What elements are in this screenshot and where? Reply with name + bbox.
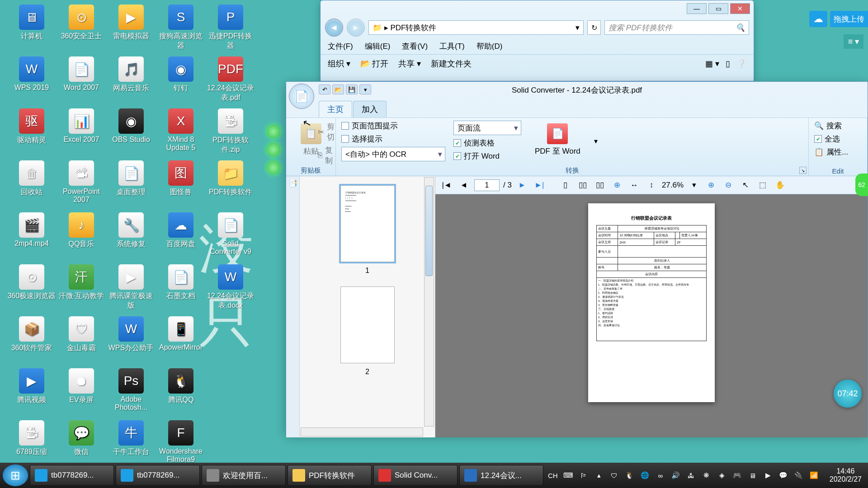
thumb-page-2[interactable] bbox=[340, 286, 395, 363]
document-page[interactable]: 行销联盟会议记录表 会议主题联盟店铺发布会项目讨论 会议时间12.30晚6:00… bbox=[588, 203, 715, 402]
desktop-icon[interactable]: ⊙360安全卫士 bbox=[57, 5, 106, 41]
tray-shield-icon[interactable]: 🛡 bbox=[610, 471, 619, 480]
select-hint-check[interactable]: 选择提示 bbox=[341, 134, 445, 144]
desktop-icon[interactable]: 牛干牛工作台 bbox=[106, 420, 156, 457]
app-orb-button[interactable]: 📄 bbox=[289, 84, 314, 109]
desktop-icon[interactable]: 📄Word 2007 bbox=[57, 56, 106, 92]
desktop-icon[interactable]: PDF12.24会议记录表.pdf bbox=[206, 56, 255, 103]
desktop-icon[interactable]: ♪QQ音乐 bbox=[57, 212, 106, 249]
cont-page-icon[interactable]: ▯▯ bbox=[593, 178, 607, 192]
ime-indicator[interactable]: CH bbox=[548, 471, 557, 480]
search-button[interactable]: 🔍 搜索 bbox=[814, 121, 862, 131]
desktop-icon[interactable]: 📄桌面整理 bbox=[106, 160, 156, 197]
organize-button[interactable]: 组织 ▾ bbox=[328, 58, 350, 69]
maximize-button[interactable]: ▭ bbox=[708, 3, 728, 14]
tray-sync-icon[interactable]: ∞ bbox=[656, 471, 665, 480]
clock[interactable]: 14:462020/2/27 bbox=[830, 467, 862, 483]
two-page-icon[interactable]: ▯▯ bbox=[576, 178, 590, 192]
desktop-icon[interactable]: ▶雷电模拟器 bbox=[106, 5, 156, 41]
desktop-icon[interactable]: ◉OBS Studio bbox=[106, 108, 156, 144]
tray-qq-icon[interactable]: 🐧 bbox=[625, 471, 634, 480]
open-button[interactable]: 📂 打开 bbox=[360, 58, 388, 69]
new-folder-button[interactable]: 新建文件夹 bbox=[431, 58, 472, 69]
desktop-icon[interactable]: 📦360软件管家 bbox=[7, 316, 57, 353]
desktop-icon[interactable]: WWPS办公助手 bbox=[106, 316, 156, 353]
minimize-button[interactable]: — bbox=[687, 3, 707, 14]
tray-cube-icon[interactable]: ◈ bbox=[717, 471, 726, 480]
desktop-icon[interactable]: P迅捷PDF转换器 bbox=[206, 5, 255, 51]
tab-home[interactable]: 主页 bbox=[319, 101, 352, 117]
tray-keyboard-icon[interactable]: ⌨ bbox=[564, 471, 573, 480]
convert-dropdown[interactable]: ▾ bbox=[594, 137, 598, 145]
detect-table-check[interactable]: ✔侦测表格 bbox=[453, 138, 521, 148]
taskbar-item[interactable]: 12.24会议... bbox=[459, 465, 543, 486]
tray-power-icon[interactable]: 🔌 bbox=[794, 471, 803, 480]
taskbar-item[interactable]: 欢迎使用百... bbox=[202, 465, 286, 486]
tray-volume-icon[interactable]: 🔊 bbox=[671, 471, 680, 480]
single-page-icon[interactable]: ▯ bbox=[559, 178, 572, 192]
next-page-button[interactable]: ► bbox=[515, 178, 529, 192]
taskbar-item[interactable]: tb0778269... bbox=[30, 465, 114, 486]
tray-up-icon[interactable]: ▴ bbox=[594, 471, 604, 480]
timer-badge[interactable]: 07:42 bbox=[834, 380, 862, 408]
desktop-icon[interactable]: 📄石墨文档 bbox=[156, 264, 206, 301]
fit-width-icon[interactable]: ↔ bbox=[627, 178, 641, 192]
view-mode-button[interactable]: ▦ ▾ bbox=[705, 59, 719, 69]
drag-upload-button[interactable]: 拖拽上传 bbox=[830, 11, 868, 27]
open-word-check[interactable]: ✔打开 Word bbox=[453, 151, 521, 161]
flow-select[interactable]: 页面流 bbox=[453, 121, 521, 135]
desktop-icon[interactable]: 图图怪兽 bbox=[156, 160, 206, 197]
back-button[interactable]: ◄ bbox=[325, 19, 343, 37]
desktop-icon[interactable]: ☁百度网盘 bbox=[156, 212, 206, 249]
menu-icon[interactable]: ≡ ▾ bbox=[844, 34, 863, 49]
menu-tools[interactable]: 工具(T) bbox=[439, 41, 465, 52]
taskbar-item[interactable]: Solid Conv... bbox=[373, 465, 458, 486]
forward-button[interactable]: ► bbox=[347, 19, 365, 37]
taskbar-item[interactable]: PDF转换软件 bbox=[288, 465, 372, 486]
tray-flag-icon[interactable]: 🏳 bbox=[579, 471, 588, 480]
tray-play-icon[interactable]: ▶ bbox=[764, 471, 773, 480]
thumb-hscrollbar[interactable] bbox=[301, 427, 423, 436]
tray-chat-icon[interactable]: 💬 bbox=[779, 471, 788, 480]
desktop-icon[interactable]: 汗汗微·互动教学 bbox=[57, 264, 106, 301]
tray-flower-icon[interactable]: ❋ bbox=[702, 471, 711, 480]
desktop-icon[interactable]: ⊙360极速浏览器 bbox=[7, 264, 57, 301]
desktop-icon[interactable]: ⏺EV录屏 bbox=[57, 368, 106, 405]
refresh-button[interactable]: ↻ bbox=[587, 20, 601, 35]
menu-view[interactable]: 查看(V) bbox=[402, 41, 428, 52]
desktop-icon[interactable]: 🔧系统修复 bbox=[106, 212, 156, 249]
start-button[interactable]: ⊞ bbox=[3, 465, 28, 486]
desktop-icon[interactable]: ◉钉钉 bbox=[156, 56, 206, 93]
desktop-icon[interactable]: 🗑回收站 bbox=[7, 160, 57, 197]
zoom-out-icon[interactable]: ⊖ bbox=[722, 178, 735, 192]
tray-monitor-icon[interactable]: 🖥 bbox=[748, 471, 757, 480]
desktop-icon[interactable]: 驱驱动精灵 bbox=[7, 108, 57, 145]
desktop-icon[interactable]: 🗜6789压缩 bbox=[7, 420, 57, 457]
desktop-icon[interactable]: 🎵网易云音乐 bbox=[106, 56, 156, 93]
tray-net-icon[interactable]: 🖧 bbox=[687, 471, 696, 480]
desktop-icon[interactable]: 🖥计算机 bbox=[7, 5, 57, 41]
desktop-icon[interactable]: 📽PowerPoint 2007 bbox=[57, 160, 106, 204]
desktop-icon[interactable]: 🐧腾讯QQ bbox=[156, 368, 206, 405]
tab-join[interactable]: 加入 bbox=[353, 101, 387, 117]
desktop-icon[interactable]: 🗜PDF转换软件.zip bbox=[206, 108, 255, 155]
prev-page-button[interactable]: ◄ bbox=[457, 178, 471, 192]
thumb-page-1[interactable]: 行销联盟会议记录表━━━━━━━━│ │ │ │━━━━━━━━▪▪▪▪▪▪▪▪… bbox=[340, 185, 395, 262]
first-page-button[interactable]: |◄ bbox=[440, 178, 453, 192]
select-tool-icon[interactable]: ↖ bbox=[739, 178, 752, 192]
share-button[interactable]: 共享 ▾ bbox=[398, 58, 421, 69]
fit-page-icon[interactable]: ⊕ bbox=[610, 178, 624, 192]
desktop-icon[interactable]: 💬微信 bbox=[57, 420, 106, 457]
desktop-icon[interactable]: 🎬2mp4.mp4 bbox=[7, 212, 57, 248]
cloud-icon[interactable]: ☁ bbox=[809, 11, 827, 27]
copy-button[interactable]: ⎘ 复制 bbox=[318, 145, 335, 166]
page-input[interactable] bbox=[474, 179, 500, 191]
thumbnails-toggle[interactable]: 📑 bbox=[288, 179, 297, 188]
menu-file[interactable]: 文件(F) bbox=[328, 41, 353, 52]
zoom-in-icon[interactable]: ⊕ bbox=[704, 178, 718, 192]
desktop-icon[interactable]: FWondershare Filmora9 bbox=[156, 420, 206, 464]
close-button[interactable]: ✕ bbox=[730, 3, 750, 14]
desktop-icon[interactable]: S搜狗高速浏览器 bbox=[156, 5, 206, 51]
last-page-button[interactable]: ►| bbox=[533, 178, 546, 192]
properties-button[interactable]: 📋 属性... bbox=[814, 147, 862, 157]
